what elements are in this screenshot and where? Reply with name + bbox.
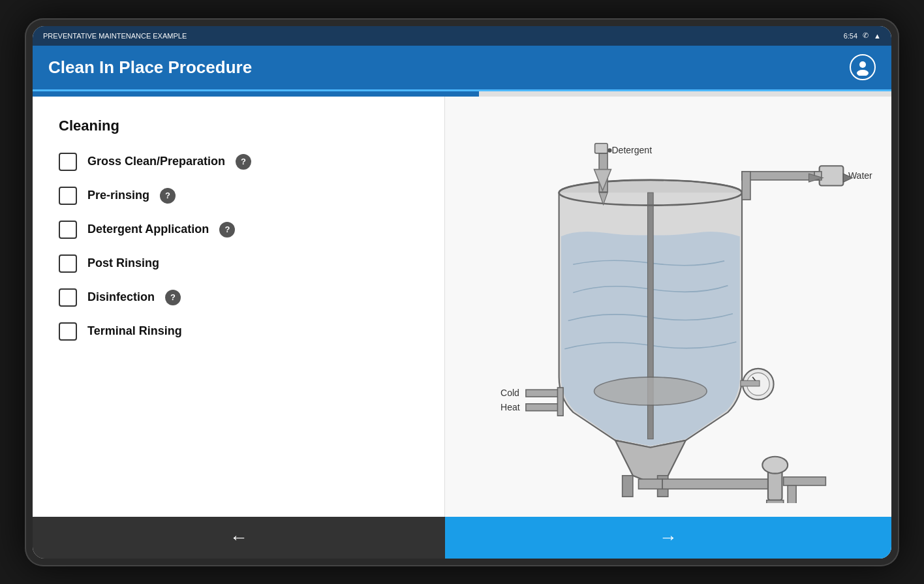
water-label: Water [848,170,872,180]
svg-point-26 [762,456,788,473]
next-arrow-icon: → [659,527,677,548]
back-arrow-icon: ← [230,527,248,548]
svg-rect-14 [742,171,750,199]
progress-fill [33,91,479,97]
svg-rect-23 [639,479,663,489]
diagram: Detergent [458,110,878,504]
tablet-frame: PREVENTATIVE MAINTENANCE EXAMPLE 6:54 ✆ … [25,18,899,566]
help-disinfection[interactable]: ? [165,290,181,305]
app-name: PREVENTATIVE MAINTENANCE EXAMPLE [43,32,187,40]
label-post-rinsing: Post Rinsing [87,256,159,270]
detergent-label: Detergent [612,144,653,155]
help-pre-rinsing[interactable]: ? [160,188,176,204]
tank-diagram: Detergent [464,110,872,504]
label-terminal-rinsing: Terminal Rinsing [87,324,182,338]
checkbox-post-rinsing[interactable] [59,254,77,273]
svg-point-1 [857,70,869,76]
checklist-item-pre-rinsing: Pre-rinsing ? [59,187,418,205]
checkbox-gross-clean[interactable] [59,153,77,171]
svg-rect-22 [741,380,760,386]
svg-rect-24 [662,479,775,489]
heat-label: Heat [501,401,520,412]
checklist: Gross Clean/Preparation ? Pre-rinsing ? … [59,153,418,341]
checkbox-disinfection[interactable] [59,288,77,307]
checklist-item-gross-clean: Gross Clean/Preparation ? [59,153,418,171]
label-disinfection: Disinfection [87,290,155,304]
footer: ← → [33,517,891,559]
back-button[interactable]: ← [33,517,445,559]
right-panel: Detergent [445,97,891,517]
left-panel: Cleaning Gross Clean/Preparation ? Pre-r… [33,97,445,517]
wifi-icon: ▲ [874,32,881,40]
section-title: Cleaning [59,117,418,134]
checkbox-detergent-application[interactable] [59,221,77,239]
main-content: Cleaning Gross Clean/Preparation ? Pre-r… [33,97,891,517]
phone-icon: ✆ [863,31,869,40]
cold-label: Cold [501,387,519,397]
svg-rect-28 [784,476,826,485]
svg-rect-31 [526,390,561,397]
checklist-item-disinfection: Disinfection ? [59,288,418,307]
svg-rect-3 [623,475,633,496]
status-bar: PREVENTATIVE MAINTENANCE EXAMPLE 6:54 ✆ … [33,26,891,46]
status-bar-right: 6:54 ✆ ▲ [844,31,881,40]
help-detergent-application[interactable]: ? [219,222,235,238]
tablet-screen: PREVENTATIVE MAINTENANCE EXAMPLE 6:54 ✆ … [33,26,891,559]
svg-rect-27 [767,500,784,503]
svg-rect-12 [595,143,608,153]
progress-bar [33,91,891,97]
help-gross-clean[interactable]: ? [236,154,251,170]
user-avatar[interactable] [850,54,876,80]
checkbox-pre-rinsing[interactable] [59,187,77,205]
svg-point-11 [608,148,611,152]
svg-point-6 [594,377,707,405]
page-title: Clean In Place Procedure [48,57,252,78]
svg-rect-32 [526,403,561,410]
header: Clean In Place Procedure [33,46,891,91]
checklist-item-post-rinsing: Post Rinsing [59,254,418,273]
label-pre-rinsing: Pre-rinsing [87,189,149,202]
svg-rect-29 [788,485,796,503]
svg-rect-15 [820,166,844,185]
checklist-item-detergent-application: Detergent Application ? [59,221,418,239]
checklist-item-terminal-rinsing: Terminal Rinsing [59,322,418,341]
label-detergent-application: Detergent Application [87,223,209,236]
svg-point-0 [859,61,866,68]
checkbox-terminal-rinsing[interactable] [59,322,77,341]
next-button[interactable]: → [445,517,891,559]
time: 6:54 [844,32,857,40]
label-gross-clean: Gross Clean/Preparation [87,155,225,168]
svg-rect-33 [557,388,563,416]
